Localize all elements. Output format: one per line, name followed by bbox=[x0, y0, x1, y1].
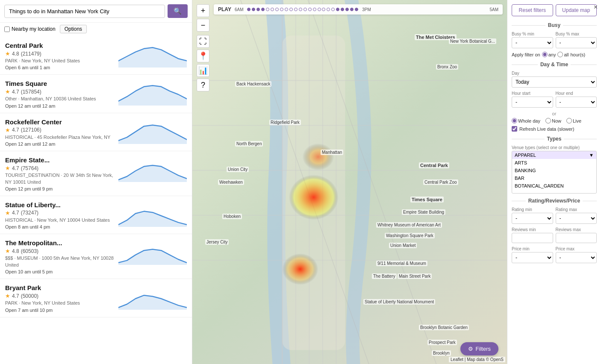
timeline-dot-7[interactable] bbox=[280, 8, 283, 11]
refresh-row: Refresh Live data (slower) bbox=[512, 126, 597, 132]
venue-type-apparel[interactable]: APPAREL▼ bbox=[512, 151, 596, 159]
zoom-out-button[interactable]: − bbox=[197, 19, 209, 32]
whole-day-radio[interactable] bbox=[512, 118, 517, 123]
hour-end-select[interactable]: - bbox=[556, 97, 597, 108]
timeline-dot-15[interactable] bbox=[318, 8, 321, 11]
live-label[interactable]: Live bbox=[566, 118, 581, 123]
timeline-dot-23[interactable] bbox=[355, 8, 358, 11]
rating-max-select[interactable]: - bbox=[556, 213, 597, 224]
search-button[interactable]: 🔍 bbox=[168, 4, 188, 18]
filters-button[interactable]: ⚙ Filters bbox=[460, 342, 498, 355]
venue-type-arts[interactable]: ARTS bbox=[512, 159, 596, 167]
filters-label: Filters bbox=[476, 346, 491, 352]
help-button[interactable]: ? bbox=[197, 79, 209, 91]
timeline-dot-20[interactable] bbox=[341, 8, 344, 11]
rating-min-select[interactable]: - bbox=[512, 213, 553, 224]
place-hours-statue-of-liberty: Open 8 am until 4 pm bbox=[5, 224, 114, 229]
timeline-dot-6[interactable] bbox=[275, 8, 279, 11]
timeline-dot-18[interactable] bbox=[331, 8, 335, 11]
place-item-central-park[interactable]: Central Park ★ 4.8 (211479) PARK · New Y… bbox=[0, 37, 192, 75]
timeline-dot-4[interactable] bbox=[266, 8, 269, 11]
update-map-button[interactable]: Update map bbox=[556, 4, 597, 16]
place-item-empire-state[interactable]: Empire State... ★ 4.7 (75764) TOURIST_DE… bbox=[0, 151, 192, 196]
timeline-dot-12[interactable] bbox=[303, 8, 307, 11]
hour-start-select[interactable]: - bbox=[512, 97, 553, 108]
place-meta-statue-of-liberty: HISTORICAL · New York, NY 10004 United S… bbox=[5, 217, 114, 223]
venue-type-botanical_garden[interactable]: BOTANICAL_GARDEN bbox=[512, 182, 596, 190]
place-name-rockefeller-center: Rockefeller Center bbox=[5, 118, 114, 126]
venue-type-bar[interactable]: BAR bbox=[512, 174, 596, 182]
place-item-statue-of-liberty[interactable]: Statue of Liberty... ★ 4.7 (73247) HISTO… bbox=[0, 196, 192, 234]
busy-min-col: Busy % min - bbox=[512, 32, 553, 48]
options-button[interactable]: Options bbox=[60, 25, 87, 33]
geolocate-button[interactable]: 📍 bbox=[197, 50, 209, 62]
rating-max-col: Rating max - bbox=[556, 207, 597, 224]
play-label: PLAY bbox=[218, 6, 231, 12]
price-min-select[interactable]: - bbox=[512, 252, 553, 263]
chart-button[interactable]: 📊 bbox=[197, 64, 209, 77]
all-radio-label[interactable]: all bbox=[557, 52, 569, 57]
all-radio[interactable] bbox=[557, 52, 563, 57]
timeline-dot-9[interactable] bbox=[289, 8, 293, 11]
timeline-dot-22[interactable] bbox=[350, 8, 354, 11]
zoom-in-button[interactable]: + bbox=[197, 4, 209, 17]
timeline-dot-8[interactable] bbox=[285, 8, 288, 11]
or-divider: or bbox=[512, 111, 597, 116]
timeline-dot-10[interactable] bbox=[294, 8, 298, 11]
live-radio[interactable] bbox=[566, 118, 572, 123]
now-label[interactable]: Now bbox=[545, 118, 561, 123]
day-select[interactable]: Today bbox=[512, 76, 597, 88]
busy-max-select[interactable]: - bbox=[556, 37, 597, 48]
right-panel: × Reset filters Update map Busy Busy % m… bbox=[507, 0, 601, 364]
star-icon: ★ bbox=[5, 248, 10, 254]
timeline-dot-0[interactable] bbox=[247, 8, 250, 11]
map-label-union-city: Union City bbox=[227, 167, 249, 172]
timeline-dot-1[interactable] bbox=[252, 8, 255, 11]
reset-filters-button[interactable]: Reset filters bbox=[512, 4, 553, 16]
whole-day-label[interactable]: Whole day bbox=[512, 118, 540, 123]
reviews-min-label: Reviews min bbox=[512, 227, 553, 232]
map-label-whitney: Whitney Museum of American Art bbox=[376, 222, 442, 228]
timeline-dot-2[interactable] bbox=[256, 8, 260, 11]
timeline-dot-19[interactable] bbox=[336, 8, 339, 11]
any-radio-label[interactable]: any bbox=[542, 52, 556, 57]
place-item-metropolitan[interactable]: The Metropolitan... ★ 4.8 (60503) $$$ · … bbox=[0, 234, 192, 279]
place-item-bryant-park[interactable]: Bryant Park ★ 4.7 (50000) PARK · New Yor… bbox=[0, 279, 192, 317]
timeline-dot-16[interactable] bbox=[322, 8, 325, 11]
review-count: (157854) bbox=[21, 89, 41, 95]
rating-section-title: Rating/Reviews/Price bbox=[512, 198, 597, 204]
place-chart-rockefeller-center bbox=[118, 118, 187, 144]
reviews-max-input[interactable] bbox=[556, 233, 597, 243]
place-info-times-square: Times Square ★ 4.7 (157854) Other · Manh… bbox=[5, 80, 114, 108]
timeline-dot-17[interactable] bbox=[327, 8, 330, 11]
timeline-dot-11[interactable] bbox=[299, 8, 302, 11]
nearby-checkbox-label[interactable]: Nearby my location bbox=[4, 26, 56, 32]
price-max-select[interactable]: - bbox=[556, 252, 597, 263]
price-max-col: Price max - bbox=[556, 247, 597, 263]
nearby-checkbox[interactable] bbox=[4, 26, 10, 32]
refresh-checkbox[interactable] bbox=[512, 126, 517, 132]
hour-label: hour(s) bbox=[570, 52, 585, 57]
timeline-dot-5[interactable] bbox=[271, 8, 274, 11]
venue-type-banking[interactable]: BANKING bbox=[512, 167, 596, 174]
filters-gear-icon: ⚙ bbox=[468, 346, 473, 352]
reviews-max-label: Reviews max bbox=[556, 227, 597, 232]
map-label-brooklyn-botanic: Brooklyn Botanic Garden bbox=[419, 325, 469, 330]
map-label-911: 9/11 Memorial & Museum bbox=[376, 261, 427, 266]
place-item-times-square[interactable]: Times Square ★ 4.7 (157854) Other · Manh… bbox=[0, 75, 192, 113]
busy-max-label: Busy % max bbox=[556, 32, 597, 36]
any-radio[interactable] bbox=[542, 52, 548, 57]
close-button[interactable]: × bbox=[594, 3, 598, 11]
timeline-dot-13[interactable] bbox=[308, 8, 312, 11]
now-radio[interactable] bbox=[545, 118, 551, 123]
search-input[interactable]: Things to do in Manhattan New York City bbox=[4, 5, 165, 18]
fit-bounds-button[interactable]: ⛶ bbox=[197, 35, 209, 48]
busy-min-select[interactable]: - bbox=[512, 37, 553, 48]
reviews-min-input[interactable] bbox=[512, 233, 553, 243]
place-name-times-square: Times Square bbox=[5, 80, 114, 87]
timeline-dot-3[interactable] bbox=[261, 8, 265, 11]
place-item-rockefeller-center[interactable]: Rockefeller Center ★ 4.7 (127106) HISTOR… bbox=[0, 113, 192, 151]
timeline-dot-14[interactable] bbox=[313, 8, 316, 11]
hour-start-col: Hour start - bbox=[512, 91, 553, 108]
timeline-dot-21[interactable] bbox=[345, 8, 349, 11]
